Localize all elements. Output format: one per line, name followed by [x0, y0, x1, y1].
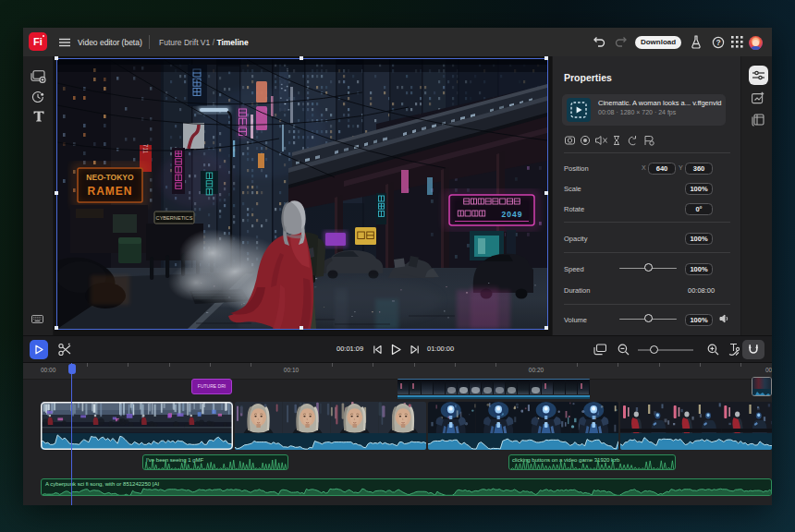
svg-text:?: ? — [716, 38, 720, 47]
